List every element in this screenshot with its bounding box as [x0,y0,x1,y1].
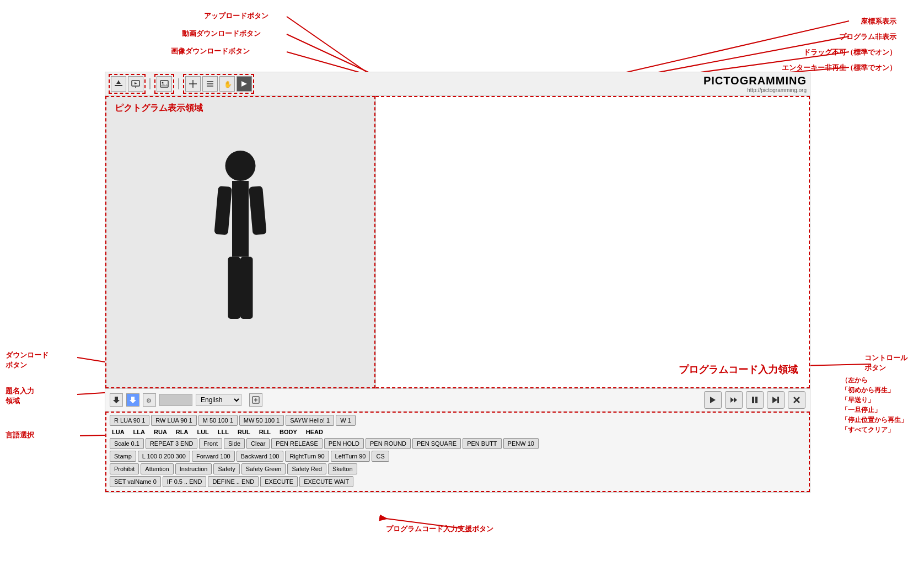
svg-marker-34 [113,397,120,403]
main-content: ピクトグラム表示領域 [105,96,810,389]
annotation-image-download: 画像ダウンロードボタン [171,46,250,56]
code-btn-if[interactable]: IF 0.5 .. END [163,476,207,487]
code-btn-r-lua-90-1[interactable]: R LUA 90 1 [110,415,149,426]
code-btn-side[interactable]: Side [224,438,245,449]
code-btn-sayw-hello[interactable]: SAYW Hello! 1 [286,415,334,426]
code-btn-penw-10[interactable]: PENW 10 [503,438,539,449]
play-button[interactable] [704,391,722,409]
code-btn-prohibit[interactable]: Prohibit [110,463,139,474]
code-btn-pen-release[interactable]: PEN RELEASE [271,438,322,449]
fast-forward-button[interactable] [725,391,743,409]
separator1 [149,78,151,89]
code-btn-rw-lua-90-1[interactable]: RW LUA 90 1 [151,415,196,426]
code-btn-attention[interactable]: Attention [141,463,173,474]
code-btn-pen-hold[interactable]: PEN HOLD [324,438,364,449]
annotation-control-detail: （左から「初めから再生」「早送り」「一旦停止」「停止位置から再生」「すべてクリア… [841,375,907,435]
code-btn-leftturn[interactable]: LeftTurn 90 [331,451,370,462]
code-btn-safety-red[interactable]: Safety Red [287,463,326,474]
annotation-program-hide: プログラム非表示 [839,32,896,42]
label-body: BODY [280,429,297,435]
code-btn-instruction[interactable]: Instruction [175,463,212,474]
logo-sub: http://pictogramming.org [747,87,807,93]
program-hide-button[interactable] [202,76,218,92]
code-btn-forward[interactable]: Forward 100 [192,451,235,462]
svg-marker-41 [730,397,734,403]
code-btn-pen-butt[interactable]: PEN BUTT [463,438,501,449]
pictogram-display-area: ピクトグラム表示領域 [105,96,375,388]
code-btn-cs[interactable]: CS [372,451,389,462]
logo-area: PICTOGRAMMING http://pictogramming.org [703,74,807,93]
code-btn-execute-wait[interactable]: EXECUTE WAIT [299,476,353,487]
video-download-button[interactable] [128,76,143,92]
svg-rect-18 [160,81,168,87]
pause-button[interactable] [746,391,764,409]
label-rua: RUA [154,429,167,435]
code-btn-repeat[interactable]: REPEAT 3 END [146,438,197,449]
label-head: HEAD [306,429,323,435]
code-btn-backward[interactable]: Backward 100 [237,451,284,462]
code-btn-front[interactable]: Front [199,438,222,449]
svg-marker-16 [135,82,137,84]
label-lua: LUA [112,429,125,435]
svg-text:✋: ✋ [224,80,232,88]
svg-marker-27 [241,81,247,87]
code-btn-execute[interactable]: EXECUTE [260,476,298,487]
code-btn-clear[interactable]: Clear [246,438,270,449]
code-btn-safety[interactable]: Safety [213,463,239,474]
annotation-video-download: 動画ダウンロードボタン [182,29,261,39]
code-btn-l-100[interactable]: L 100 0 200 300 [138,451,190,462]
clear-all-button[interactable] [788,391,805,409]
btn-row-4: Stamp L 100 0 200 300 Forward 100 Backwa… [110,451,805,462]
code-btn-scale[interactable]: Scale 0.1 [110,438,144,449]
code-buttons-section: R LUA 90 1 RW LUA 90 1 M 50 100 1 MW 50 … [105,412,810,492]
app-container: ✋ PICTOGRAMMING http://pictogramming.org… [105,72,810,493]
bottom-section: ⚙ English Japanese [105,389,810,493]
image-download-button[interactable] [157,76,172,92]
code-btn-define[interactable]: DEFINE .. END [208,476,259,487]
code-download-button[interactable] [249,393,262,407]
svg-rect-32 [228,257,241,319]
enter-no-play-button[interactable] [237,76,252,92]
code-btn-safety-green[interactable]: Safety Green [241,463,286,474]
drag-disable-button[interactable]: ✋ [219,76,235,92]
upload-button[interactable] [111,76,126,92]
svg-marker-40 [710,397,716,403]
code-btn-m-50-100-1[interactable]: M 50 100 1 [198,415,238,426]
settings-small-btn[interactable]: ⚙ [143,393,156,407]
code-btn-mw-50-100-1[interactable]: MW 50 100 1 [239,415,284,426]
logo-text: PICTOGRAMMING [703,74,807,87]
coord-display-button[interactable] [185,76,201,92]
svg-marker-42 [734,397,737,403]
label-rla: RLA [176,429,189,435]
annotation-download-btn: ダウンロードボタン [6,350,49,370]
resume-button[interactable] [767,391,785,409]
label-lla: LLA [133,429,145,435]
code-input-area: プログラムコード入力領域 [375,96,810,388]
svg-rect-45 [777,397,779,403]
svg-rect-43 [752,397,754,403]
code-btn-pen-round[interactable]: PEN ROUND [366,438,411,449]
code-btn-w-1[interactable]: W 1 [336,415,356,426]
download-button-small-2[interactable] [126,393,139,407]
svg-marker-46 [772,397,777,403]
code-btn-stamp[interactable]: Stamp [110,451,136,462]
annotation-lang-select: 言語選択 [6,430,34,440]
code-btn-pen-square[interactable]: PEN SQUARE [412,438,461,449]
control-buttons-group [704,391,805,409]
annotation-control-btns: コントロールボタン [864,353,907,373]
svg-rect-31 [249,185,267,234]
code-btn-set-val[interactable]: SET valName 0 [110,476,161,487]
code-btn-skelton[interactable]: Skelton [328,463,357,474]
btn-row-1: R LUA 90 1 RW LUA 90 1 M 50 100 1 MW 50 … [110,415,805,426]
title-input[interactable] [159,394,192,406]
upload-download-group [109,74,146,94]
separator2 [178,78,179,89]
annotation-drag-disable: ドラッグ不可（標準でオン） [803,47,896,57]
annotation-coord: 座標系表示 [861,17,896,26]
svg-rect-33 [240,257,253,319]
code-btn-rightturn[interactable]: RightTurn 90 [285,451,329,462]
language-select[interactable]: English Japanese [196,394,241,406]
code-textarea[interactable] [376,97,809,387]
download-button-small[interactable] [110,393,123,407]
svg-text:⚙: ⚙ [146,397,152,404]
